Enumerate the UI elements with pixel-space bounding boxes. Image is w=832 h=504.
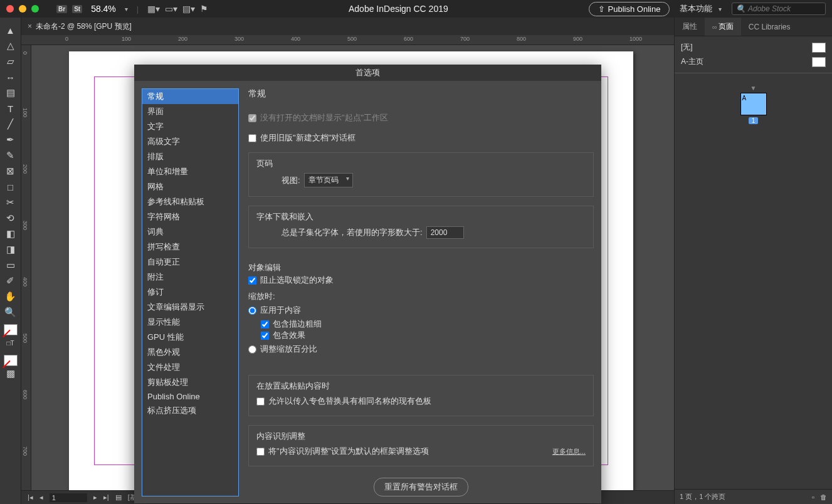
pref-category-general[interactable]: 常规 <box>142 89 238 104</box>
pref-category-filehandling[interactable]: 文件处理 <box>142 360 238 375</box>
show-start-checkbox <box>248 114 256 122</box>
prevent-locked-checkbox[interactable] <box>248 276 256 285</box>
pref-heading: 常规 <box>248 88 594 100</box>
window-zoom-button[interactable] <box>31 5 39 13</box>
ruler-horizontal[interactable]: 0 100 200 300 400 500 600 700 800 900 10… <box>21 35 674 45</box>
page-thumbnail[interactable]: A <box>740 93 767 115</box>
pref-category-publishonline[interactable]: Publish Online <box>142 390 238 403</box>
pref-category-type[interactable]: 文字 <box>142 119 238 134</box>
delete-page-icon[interactable]: 🗑 <box>820 493 827 501</box>
pref-category-clipboard[interactable]: 剪贴板处理 <box>142 375 238 390</box>
chevron-down-icon[interactable]: ▾ <box>125 6 128 13</box>
page-numbering-select[interactable]: 章节页码 <box>304 173 353 187</box>
adjust-percentage-radio[interactable] <box>248 345 256 354</box>
pref-category-grids[interactable]: 网格 <box>142 179 238 194</box>
legacy-newdoc-checkbox[interactable] <box>248 134 256 142</box>
next-page-button[interactable]: ▸ <box>93 493 97 501</box>
ruler-vertical[interactable]: 0 100 200 300 400 500 600 700 <box>21 45 31 490</box>
subset-threshold-input[interactable] <box>426 226 464 239</box>
master-none-row[interactable]: [无] <box>675 40 832 55</box>
document-tab[interactable]: × 未命名-2 @ 58% [GPU 预览] <box>28 21 132 32</box>
content-collector-icon[interactable]: ▤ <box>3 85 18 100</box>
last-page-button[interactable]: ▸| <box>103 493 109 501</box>
pref-category-autocorrect[interactable]: 自动更正 <box>142 255 238 270</box>
gradient-feather-tool-icon[interactable]: ◨ <box>3 242 18 257</box>
pref-category-guides[interactable]: 参考线和粘贴板 <box>142 194 238 209</box>
view-options-icon[interactable]: ▦▾ <box>147 4 160 14</box>
app-title: Adobe InDesign CC 2019 <box>213 4 583 14</box>
pref-category-advtype[interactable]: 高级文字 <box>142 134 238 149</box>
pref-category-mojikumi[interactable]: 标点挤压选项 <box>142 403 238 418</box>
include-effects-checkbox[interactable] <box>261 332 269 340</box>
reset-warnings-button[interactable]: 重置所有警告对话框 <box>374 478 468 496</box>
pref-category-composition[interactable]: 排版 <box>142 149 238 164</box>
toolbox: ▲ △ ▱ ↔ ▤ T ╱ ✒ ✎ ⊠ □ ✂ ⟲ ◧ ◨ ▭ ✐ ✋ 🔍 □T… <box>0 18 21 504</box>
upload-icon: ⇧ <box>598 4 605 14</box>
rectangle-tool-icon[interactable]: □ <box>3 179 18 194</box>
tab-properties[interactable]: 属性 <box>675 18 705 36</box>
hand-tool-icon[interactable]: ✋ <box>3 289 18 304</box>
more-info-link[interactable]: 更多信息... <box>552 447 586 456</box>
gradient-swatch-tool-icon[interactable]: ◧ <box>3 226 18 241</box>
include-stroke-checkbox[interactable] <box>261 320 269 328</box>
search-input[interactable]: 🔍 Adobe Stock <box>732 3 826 15</box>
window-minimize-button[interactable] <box>19 5 26 13</box>
stock-icon[interactable]: St <box>72 5 82 13</box>
screen-mode-icon[interactable]: ▭▾ <box>165 4 177 14</box>
scissors-tool-icon[interactable]: ✂ <box>3 195 18 210</box>
gpu-icon[interactable]: ⚑ <box>200 4 208 14</box>
place-paste-fieldset: 在放置或粘贴内容时 允许以传入专色替换具有相同名称的现有色板 <box>248 375 594 416</box>
note-tool-icon[interactable]: ▭ <box>3 258 18 273</box>
zoom-tool-icon[interactable]: 🔍 <box>3 305 18 320</box>
master-a-row[interactable]: A-主页 <box>675 55 832 69</box>
open-recent-icon[interactable]: ▤ <box>115 493 122 501</box>
line-tool-icon[interactable]: ╱ <box>3 117 18 132</box>
pref-category-interface[interactable]: 界面 <box>142 104 238 119</box>
pref-category-spelling[interactable]: 拼写检查 <box>142 239 238 255</box>
free-transform-tool-icon[interactable]: ⟲ <box>3 211 18 226</box>
pref-category-display[interactable]: 显示性能 <box>142 315 238 330</box>
pref-category-units[interactable]: 单位和增量 <box>142 164 238 179</box>
close-icon[interactable]: × <box>28 22 32 31</box>
gap-tool-icon[interactable]: ↔ <box>3 70 18 85</box>
publish-online-button[interactable]: ⇧ Publish Online <box>589 2 670 16</box>
pref-category-gpu[interactable]: GPU 性能 <box>142 330 238 345</box>
bridge-icon[interactable]: Br <box>56 5 67 13</box>
pref-category-trackchanges[interactable]: 修订 <box>142 285 238 300</box>
prev-page-button[interactable]: ◂ <box>39 493 43 501</box>
window-close-button[interactable] <box>6 5 14 13</box>
pref-category-notes[interactable]: 附注 <box>142 270 238 285</box>
pen-tool-icon[interactable]: ✒ <box>3 132 18 147</box>
fill-swatch[interactable] <box>4 324 18 335</box>
menu-bar: Br St 58.4% ▾ | ▦▾ ▭▾ ▤▾ ⚑ Adobe InDesig… <box>0 0 832 18</box>
rectangle-frame-tool-icon[interactable]: ⊠ <box>3 164 18 179</box>
pref-category-dictionary[interactable]: 词典 <box>142 224 238 239</box>
page-number-input[interactable] <box>50 493 87 502</box>
selection-tool-icon[interactable]: ▲ <box>3 23 18 38</box>
page-tool-icon[interactable]: ▱ <box>3 54 18 69</box>
content-aware-default-checkbox[interactable] <box>256 448 265 456</box>
new-page-icon[interactable]: ▫ <box>812 493 814 501</box>
workspace-switcher[interactable]: 基本功能 ▾ <box>680 3 722 14</box>
apply-content-radio[interactable] <box>248 307 256 315</box>
pref-category-storyeditor[interactable]: 文章编辑器显示 <box>142 300 238 315</box>
tab-cclibraries[interactable]: CC Libraries <box>741 18 798 36</box>
font-download-fieldset: 字体下载和嵌入 总是子集化字体，若使用的字形数大于: <box>248 206 594 248</box>
eyedropper-tool-icon[interactable]: ✐ <box>3 273 18 288</box>
allow-spot-checkbox[interactable] <box>256 397 265 406</box>
preferences-dialog: 首选项 常规 界面 文字 高级文字 排版 单位和增量 网格 参考线和粘贴板 字符… <box>134 65 601 503</box>
stroke-swatch[interactable] <box>4 355 18 366</box>
dialog-title: 首选项 <box>134 65 601 81</box>
content-adjust-fieldset: 内容识别调整 将"内容识别调整"设置为默认的框架调整选项 更多信息... <box>248 425 594 466</box>
direct-selection-tool-icon[interactable]: △ <box>3 38 18 53</box>
pencil-tool-icon[interactable]: ✎ <box>3 148 18 163</box>
pref-category-chargrid[interactable]: 字符网格 <box>142 209 238 224</box>
preferences-category-list[interactable]: 常规 界面 文字 高级文字 排版 单位和增量 网格 参考线和粘贴板 字符网格 词… <box>142 88 239 496</box>
arrange-docs-icon[interactable]: ▤▾ <box>182 4 195 14</box>
tab-pages[interactable]: ∞页面 <box>705 18 741 36</box>
zoom-level[interactable]: 58.4% <box>91 4 116 14</box>
object-editing-fieldset: 对象编辑 阻止选取锁定的对象 缩放时: 应用于内容 包含描边粗细 <box>248 257 594 366</box>
pref-category-black[interactable]: 黑色外观 <box>142 345 238 360</box>
type-tool-icon[interactable]: T <box>3 101 18 116</box>
first-page-button[interactable]: |◂ <box>28 493 33 501</box>
